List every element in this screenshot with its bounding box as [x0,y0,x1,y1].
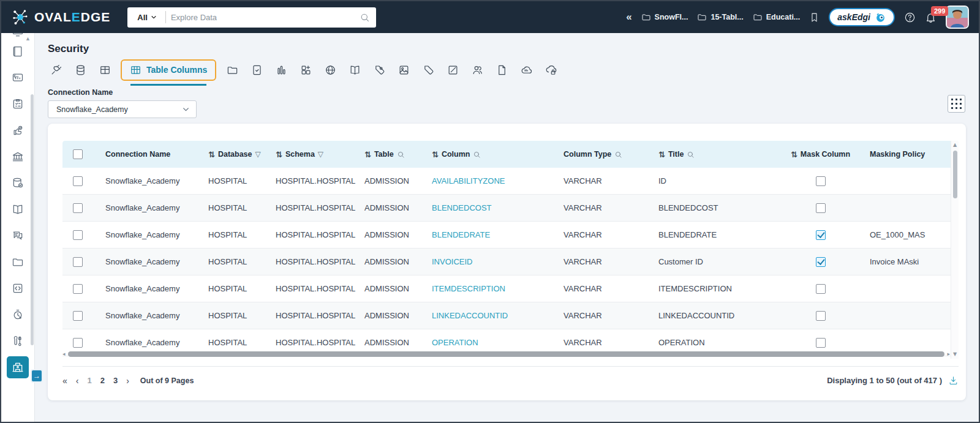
recent-item-15-tables[interactable]: 15-Tabl... [697,12,743,22]
header-schema[interactable]: ⇅Schema▽ [271,141,360,168]
header-column[interactable]: ⇅Column [427,141,559,168]
sidebar-item-files[interactable] [1,249,35,275]
sort-icon[interactable]: ⇅ [208,150,215,159]
column-link[interactable]: ITEMDESCRIPTION [432,284,505,293]
header-table[interactable]: ⇅Table [360,141,427,168]
sidebar-item-reports[interactable] [1,64,35,91]
mask-checkbox[interactable] [816,338,826,348]
tab-notes[interactable] [440,58,465,81]
tab-tags[interactable] [416,58,440,81]
sidebar-item-tools[interactable] [1,328,35,354]
first-page-button[interactable]: « [62,376,67,386]
column-link[interactable]: INVOICEID [432,257,472,266]
sort-icon[interactable]: ⇅ [364,150,371,159]
filter-icon[interactable]: ▽ [318,150,323,159]
recent-item-education[interactable]: Educati... [753,12,801,22]
scroll-up-arrow[interactable]: ▲ [953,141,957,149]
header-column-type[interactable]: Column Type [559,141,654,168]
sidebar-item-queries[interactable] [1,275,35,301]
sidebar-item-jobs[interactable] [1,301,35,328]
tab-users[interactable] [465,58,489,81]
mask-checkbox[interactable] [816,284,826,294]
search-icon[interactable] [397,151,405,159]
tab-documents[interactable] [489,58,514,81]
sidebar-scrollbar[interactable] [31,94,34,345]
row-checkbox[interactable] [73,203,83,213]
mask-checkbox[interactable] [816,257,826,267]
tab-crawler[interactable] [43,58,68,81]
sort-icon[interactable]: ⇅ [276,150,282,159]
filter-icon[interactable]: ▽ [255,150,261,159]
search-scope-dropdown[interactable]: All [134,13,160,22]
horizontal-scrollbar[interactable]: ◂ ▸ [62,351,950,357]
row-checkbox[interactable] [73,311,83,321]
select-all-checkbox[interactable] [73,149,83,159]
tab-glossary[interactable] [342,58,367,81]
user-avatar[interactable] [946,6,969,29]
header-mask-column[interactable]: ⇅Mask Column [776,141,865,168]
notifications-bell[interactable]: 299 [925,12,937,23]
search-icon[interactable] [360,12,370,23]
recent-item-snowflake[interactable]: SnowFl... [641,12,688,22]
page-number-2[interactable]: 2 [100,376,105,385]
search-icon[interactable] [687,151,695,159]
search-input[interactable] [171,13,360,22]
header-connection-name[interactable]: Connection Name [93,141,203,168]
sidebar-item-projects[interactable] [1,91,35,117]
mask-checkbox[interactable] [816,176,826,186]
row-checkbox[interactable] [73,338,83,348]
column-link[interactable]: OPERATION [432,338,478,347]
tab-report-check[interactable] [244,58,269,81]
page-number-3[interactable]: 3 [113,376,118,385]
tab-terms[interactable] [367,58,391,81]
column-link[interactable]: BLENDEDRATE [432,230,490,239]
vertical-scrollbar[interactable]: ▲ ▼ [951,141,959,359]
sidebar-item-data-catalog[interactable] [1,170,35,196]
sidebar-item-collaboration[interactable] [1,222,35,249]
tab-cloud-security[interactable] [538,58,563,81]
sidebar-scroll-up-icon[interactable]: ▲ [25,36,31,42]
tab-files[interactable] [220,58,244,81]
ovaledge-logo[interactable]: OVALEDGE [11,8,110,26]
mask-checkbox[interactable] [816,311,826,321]
tab-domains[interactable] [318,58,342,81]
mask-checkbox[interactable] [816,203,826,213]
sort-icon[interactable]: ⇅ [432,150,439,159]
column-settings-button[interactable] [948,95,965,113]
tab-tables[interactable] [92,58,117,81]
askedgi-button[interactable]: askEdgi [829,8,895,26]
sort-icon[interactable]: ⇅ [791,150,797,159]
tab-api-access[interactable] [514,58,538,81]
prev-page-button[interactable]: ‹ [76,376,79,386]
sidebar-item-data-quality[interactable] [1,117,35,143]
bookmark-icon[interactable] [809,12,820,23]
scroll-right-arrow[interactable]: ▸ [947,351,950,357]
sidebar-item-security-active[interactable] [1,354,35,380]
row-checkbox[interactable] [73,284,83,294]
row-checkbox[interactable] [73,176,83,186]
row-checkbox[interactable] [73,257,83,267]
row-checkbox[interactable] [73,230,83,240]
tab-media[interactable] [391,58,416,81]
scroll-left-arrow[interactable]: ◂ [62,351,66,357]
sidebar-item-glossary[interactable] [1,196,35,222]
tab-databases[interactable] [68,58,92,81]
tab-table-columns[interactable]: Table Columns [121,59,216,81]
header-title[interactable]: ⇅Title [654,141,776,168]
connection-name-select[interactable]: Snowflake_Academy [48,100,197,118]
horizontal-scroll-thumb[interactable] [68,351,945,357]
next-page-button[interactable]: › [126,376,129,386]
collapse-recent-icon[interactable]: « [626,11,631,23]
page-number-1[interactable]: 1 [87,376,91,385]
search-icon[interactable] [473,151,481,159]
header-database[interactable]: ⇅Database▽ [203,141,271,168]
sidebar-expand-button[interactable]: → [31,369,43,383]
search-icon[interactable] [614,151,622,159]
scroll-down-arrow[interactable]: ▼ [953,350,957,359]
download-icon[interactable] [948,375,959,386]
column-link[interactable]: BLENDEDCOST [432,203,492,212]
sidebar-item-governance[interactable] [1,143,35,170]
column-link[interactable]: LINKEDACCOUNTID [432,311,508,320]
vertical-scroll-thumb[interactable] [953,151,957,198]
header-masking-policy[interactable]: Masking Policy [865,141,959,168]
